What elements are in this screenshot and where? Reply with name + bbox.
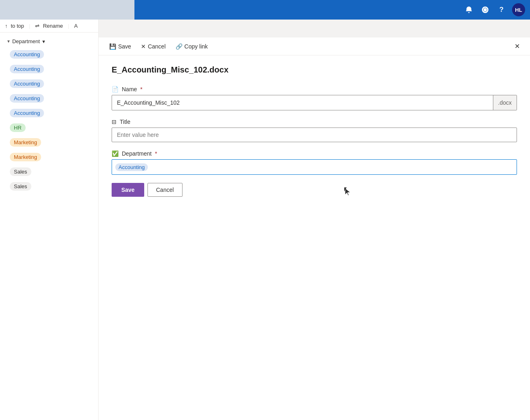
- name-field-label: 📄 Name *: [112, 86, 517, 92]
- department-field-group: ✅ Department * Accounting: [112, 150, 517, 175]
- list-item[interactable]: Accounting: [0, 91, 98, 106]
- tag-marketing-2[interactable]: Marketing: [10, 153, 41, 161]
- list-item[interactable]: Accounting: [0, 76, 98, 91]
- settings-icon[interactable]: [479, 4, 491, 15]
- rename-icon: ⇌: [35, 23, 40, 29]
- tag-accounting-1[interactable]: Accounting: [10, 50, 44, 59]
- list-item[interactable]: Accounting: [0, 47, 98, 62]
- sidebar: ↑ to top | ⇌ Rename | A ▼ Department ▼ A…: [0, 20, 99, 420]
- panel-toolbar: 💾 Save ✕ Cancel 🔗 Copy link ✕: [99, 37, 530, 55]
- title-field-group: ⊟ Title: [112, 119, 517, 142]
- department-header-label: Department: [12, 38, 40, 44]
- panel-copy-link-button[interactable]: 🔗 Copy link: [172, 41, 212, 52]
- save-icon: 💾: [109, 43, 116, 50]
- chevron-down-icon: ▼: [7, 39, 11, 44]
- department-field-label: ✅ Department *: [112, 150, 517, 157]
- action-buttons: Save Cancel: [112, 183, 517, 197]
- link-icon: 🔗: [176, 43, 183, 50]
- name-input[interactable]: [112, 95, 493, 110]
- department-tag-input[interactable]: Accounting: [112, 159, 517, 175]
- tag-sales-1[interactable]: Sales: [10, 167, 31, 176]
- form-save-button[interactable]: Save: [112, 183, 144, 197]
- tag-accounting-2[interactable]: Accounting: [10, 65, 44, 73]
- panel-save-button[interactable]: 💾 Save: [105, 41, 135, 52]
- department-filter-icon: ▼: [42, 39, 46, 44]
- sidebar-toolbar: ↑ to top | ⇌ Rename | A: [0, 20, 98, 33]
- cancel-label: Cancel: [148, 43, 166, 50]
- list-item[interactable]: Sales: [0, 179, 98, 194]
- document-icon: 📄: [112, 86, 119, 92]
- tag-accounting-5[interactable]: Accounting: [10, 109, 44, 117]
- ai-label[interactable]: A: [74, 23, 78, 29]
- panel-body: E_Accounting_Misc_102.docx 📄 Name * .doc…: [99, 55, 530, 420]
- form-cancel-button[interactable]: Cancel: [147, 183, 183, 197]
- avatar[interactable]: HL: [512, 3, 525, 16]
- list-item[interactable]: Sales: [0, 164, 98, 179]
- department-header[interactable]: ▼ Department ▼: [0, 36, 98, 47]
- name-suffix: .docx: [493, 95, 517, 110]
- name-input-container: .docx: [112, 95, 517, 110]
- main-content: 💾 Save ✕ Cancel 🔗 Copy link ✕ E_Accounti…: [99, 37, 530, 420]
- edit-panel: 💾 Save ✕ Cancel 🔗 Copy link ✕ E_Accounti…: [99, 37, 530, 420]
- rename-label[interactable]: Rename: [43, 23, 63, 29]
- list-item[interactable]: Marketing: [0, 135, 98, 150]
- name-required-marker: *: [140, 86, 142, 92]
- notifications-icon[interactable]: [463, 4, 475, 15]
- panel-cancel-button[interactable]: ✕ Cancel: [137, 41, 170, 52]
- top-bar: ? HL: [0, 0, 530, 20]
- move-to-top-label[interactable]: to top: [11, 23, 24, 29]
- tag-sales-2[interactable]: Sales: [10, 182, 31, 191]
- panel-close-button[interactable]: ✕: [510, 40, 523, 53]
- save-label: Save: [118, 43, 131, 50]
- department-required-marker: *: [155, 150, 157, 157]
- sidebar-content: ▼ Department ▼ Accounting Accounting Acc…: [0, 33, 98, 197]
- title-input[interactable]: [112, 128, 517, 142]
- cancel-x-icon: ✕: [141, 43, 146, 50]
- list-item[interactable]: Accounting: [0, 106, 98, 120]
- copy-link-label: Copy link: [185, 43, 208, 50]
- list-item[interactable]: HR: [0, 120, 98, 135]
- name-label-text: Name: [122, 86, 137, 92]
- name-field-group: 📄 Name * .docx: [112, 86, 517, 110]
- list-item[interactable]: Marketing: [0, 150, 98, 164]
- title-label-text: Title: [120, 119, 130, 125]
- department-label-text: Department: [122, 150, 152, 157]
- tag-accounting-4[interactable]: Accounting: [10, 94, 44, 103]
- top-bar-left-section: [0, 0, 134, 20]
- panel-title: E_Accounting_Misc_102.docx: [112, 65, 517, 75]
- title-icon: ⊟: [112, 119, 117, 125]
- close-icon: ✕: [515, 42, 520, 50]
- help-icon[interactable]: ?: [496, 4, 507, 15]
- tag-hr[interactable]: HR: [10, 123, 26, 132]
- list-item[interactable]: Accounting: [0, 62, 98, 76]
- move-to-top-icon: ↑: [5, 23, 8, 29]
- department-check-icon: ✅: [112, 150, 119, 157]
- department-tag[interactable]: Accounting: [115, 163, 148, 171]
- tag-marketing-1[interactable]: Marketing: [10, 138, 41, 147]
- tag-accounting-3[interactable]: Accounting: [10, 79, 44, 88]
- title-field-label: ⊟ Title: [112, 119, 517, 125]
